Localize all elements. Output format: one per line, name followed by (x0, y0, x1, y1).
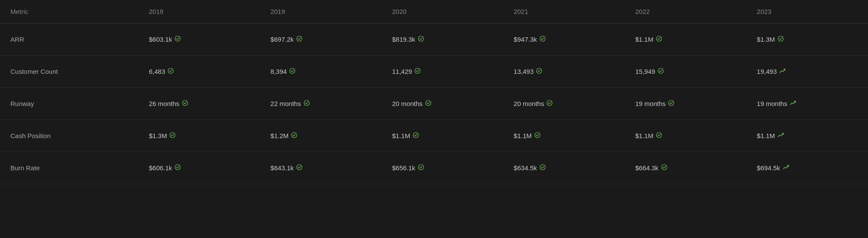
cell-2-3: 20 months (503, 88, 625, 120)
check-icon (291, 132, 297, 139)
metric-label-0: ARR (0, 23, 139, 56)
cell-value: $1.1M (514, 132, 540, 139)
trend-icon (783, 164, 789, 172)
svg-point-25 (662, 165, 667, 170)
cell-value: $1.1M (757, 132, 784, 139)
svg-point-13 (426, 100, 431, 106)
value-text: $819.3k (392, 36, 415, 43)
cell-1-3: 13,493 (503, 56, 625, 88)
svg-point-11 (182, 100, 188, 106)
cell-value: $664.3k (635, 164, 667, 172)
cell-value: $634.5k (514, 164, 545, 172)
cell-value: $694.5k (757, 164, 788, 172)
cell-value: 19 months (635, 100, 674, 107)
svg-point-22 (297, 165, 302, 170)
svg-point-8 (415, 68, 420, 73)
header-metric: Metric (0, 0, 139, 23)
value-text: $634.5k (514, 164, 537, 172)
metrics-table-container: Metric201820192020202120222023 ARR$603.1… (0, 0, 868, 184)
svg-point-16 (170, 132, 175, 138)
cell-3-2: $1.1M (381, 120, 503, 152)
value-text: $603.1k (149, 36, 172, 43)
value-text: 22 months (271, 100, 301, 107)
cell-1-0: 6,483 (139, 56, 260, 88)
cell-0-4: $1.1M (625, 23, 746, 56)
cell-value: 11,429 (392, 68, 421, 75)
check-icon (425, 100, 431, 107)
value-text: $1.1M (514, 132, 532, 139)
svg-point-12 (304, 100, 309, 106)
cell-value: $947.3k (514, 36, 545, 43)
cell-4-4: $664.3k (625, 152, 746, 184)
check-icon (778, 36, 784, 43)
cell-value: 26 months (149, 100, 188, 107)
cell-2-4: 19 months (625, 88, 746, 120)
metric-label-2: Runway (0, 88, 139, 120)
svg-point-4 (656, 36, 662, 41)
table-row: Burn Rate$606.1k$643.1k$656.1k$634.5k$66… (0, 152, 868, 184)
cell-2-5: 19 months (746, 88, 868, 120)
svg-point-5 (778, 36, 783, 41)
header-row: Metric201820192020202120222023 (0, 0, 868, 23)
check-icon (668, 100, 674, 107)
cell-value: $643.1k (271, 164, 302, 172)
cell-value: 20 months (392, 100, 431, 107)
cell-value: $1.2M (271, 132, 298, 139)
svg-point-23 (418, 165, 424, 170)
check-icon (540, 36, 546, 43)
value-text: $947.3k (514, 36, 537, 43)
metric-label-4: Burn Rate (0, 152, 139, 184)
header-2023: 2023 (746, 0, 868, 23)
check-icon (289, 68, 295, 75)
cell-0-0: $603.1k (139, 23, 260, 56)
cell-3-0: $1.3M (139, 120, 260, 152)
header-2018: 2018 (139, 0, 260, 23)
metrics-table: Metric201820192020202120222023 ARR$603.1… (0, 0, 868, 184)
cell-value: 22 months (271, 100, 310, 107)
svg-point-2 (418, 36, 424, 41)
cell-2-1: 22 months (260, 88, 382, 120)
svg-point-6 (168, 68, 173, 73)
cell-4-5: $694.5k (746, 152, 868, 184)
svg-point-17 (292, 132, 297, 138)
cell-4-2: $656.1k (381, 152, 503, 184)
value-text: $1.1M (635, 36, 653, 43)
cell-4-3: $634.5k (503, 152, 625, 184)
svg-point-0 (175, 36, 180, 41)
check-icon (536, 68, 542, 75)
cell-value: 15,949 (635, 68, 664, 75)
check-icon (661, 164, 667, 172)
value-text: $1.3M (757, 36, 775, 43)
check-icon (304, 100, 310, 107)
svg-point-15 (669, 100, 674, 106)
svg-point-21 (175, 165, 180, 170)
trend-icon (790, 100, 796, 107)
metric-label-3: Cash Position (0, 120, 139, 152)
svg-point-9 (537, 68, 542, 73)
cell-value: 19 months (757, 100, 796, 107)
check-icon (182, 100, 188, 107)
header-2020: 2020 (381, 0, 503, 23)
check-icon (534, 132, 540, 139)
check-icon (175, 36, 181, 43)
check-icon (658, 68, 664, 75)
value-text: $697.2k (271, 36, 294, 43)
cell-value: 20 months (514, 100, 553, 107)
trend-icon (778, 132, 784, 139)
cell-1-2: 11,429 (381, 56, 503, 88)
cell-2-2: 20 months (381, 88, 503, 120)
check-icon (418, 164, 424, 172)
check-icon (169, 132, 176, 139)
cell-value: 19,493 (757, 68, 785, 75)
value-text: $1.2M (271, 132, 289, 139)
check-icon (418, 36, 424, 43)
check-icon (413, 132, 419, 139)
cell-value: $1.1M (635, 132, 662, 139)
header-2022: 2022 (625, 0, 746, 23)
svg-point-1 (297, 36, 302, 41)
cell-0-5: $1.3M (746, 23, 868, 56)
value-text: 26 months (149, 100, 179, 107)
cell-value: 6,483 (149, 68, 174, 75)
svg-point-19 (535, 132, 540, 138)
value-text: 19 months (757, 100, 787, 107)
